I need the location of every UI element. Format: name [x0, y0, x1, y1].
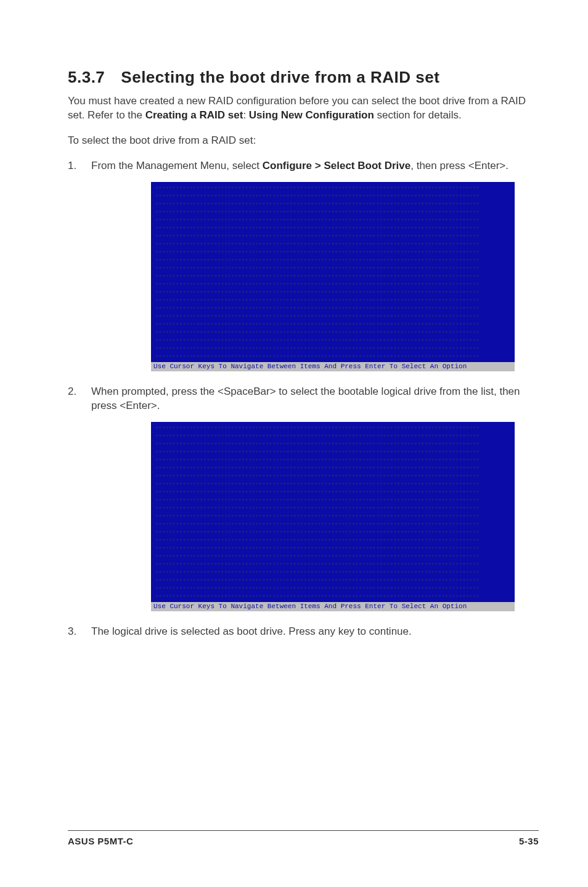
intro-paragraph: You must have created a new RAID configu…	[68, 94, 539, 123]
status-bar: Use Cursor Keys To Navigate Between Item…	[151, 362, 515, 371]
step-number: 2.	[68, 385, 91, 413]
step-text: The logical drive is selected as boot dr…	[91, 625, 539, 639]
step1-post: , then press <Enter>.	[410, 160, 508, 171]
section-title: Selecting the boot drive from a RAID set	[121, 68, 439, 86]
intro-colon: :	[243, 109, 248, 121]
intro-text-post: section for details.	[374, 109, 462, 121]
intro-bold-1: Creating a RAID set	[145, 109, 243, 121]
step-number: 3.	[68, 625, 91, 639]
step-number: 1.	[68, 159, 91, 173]
step1-bold: Configure > Select Boot Drive	[263, 160, 410, 171]
step-text: When prompted, press the <SpaceBar> to s…	[91, 385, 539, 413]
step-text: From the Management Menu, select Configu…	[91, 159, 539, 173]
lead-text: To select the boot drive from a RAID set…	[68, 134, 539, 148]
status-bar: Use Cursor Keys To Navigate Between Item…	[151, 602, 515, 611]
step1-pre: From the Management Menu, select	[91, 160, 263, 171]
bios-screenshot-2: ****************************************…	[151, 422, 515, 611]
section-number: 5.3.7	[68, 68, 105, 86]
section-heading: 5.3.7Selecting the boot drive from a RAI…	[68, 68, 539, 87]
list-item: 1. From the Management Menu, select Conf…	[68, 159, 539, 173]
page-footer: ASUS P5MT-C 5-35	[68, 830, 539, 846]
footer-page-number: 5-35	[519, 836, 539, 846]
intro-bold-2: Using New Configuration	[249, 109, 374, 121]
footer-product: ASUS P5MT-C	[68, 836, 133, 846]
list-item: 2. When prompted, press the <SpaceBar> t…	[68, 385, 539, 413]
bios-screenshot-1: ****************************************…	[151, 182, 515, 371]
list-item: 3. The logical drive is selected as boot…	[68, 625, 539, 639]
